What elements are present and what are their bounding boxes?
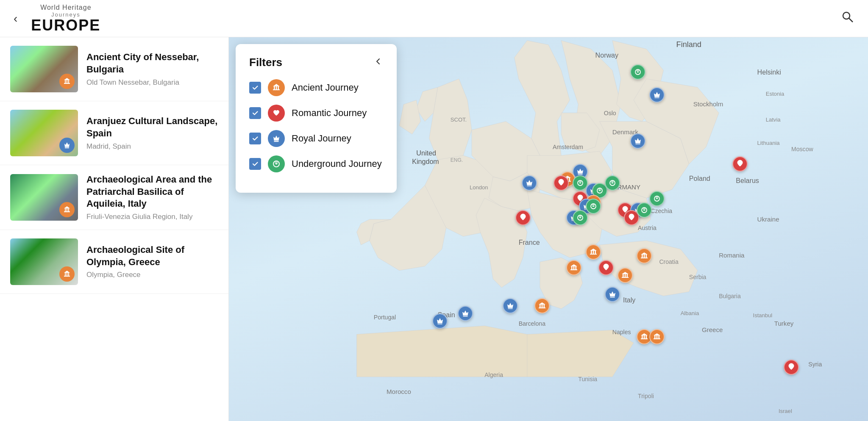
filter-header: Filters <box>249 56 383 69</box>
item-title: Archaeological Area and the Patriarchal … <box>86 174 218 210</box>
map-marker[interactable] <box>503 298 518 313</box>
logo-world-heritage: World Heritage <box>40 4 91 11</box>
map-marker[interactable] <box>637 202 652 218</box>
list-item[interactable]: Archaeological Area and the Patriarchal … <box>0 165 228 230</box>
svg-text:Norway: Norway <box>595 51 619 59</box>
map-marker[interactable] <box>534 298 550 313</box>
svg-marker-12 <box>64 206 70 208</box>
svg-text:Moscow: Moscow <box>791 146 813 152</box>
back-button[interactable]: ‹ <box>14 12 17 25</box>
list-item[interactable]: Ancient City of Nessebar, Bulgaria Old T… <box>0 37 228 101</box>
svg-rect-112 <box>646 255 647 258</box>
filter-panel: Filters <box>236 44 397 193</box>
svg-rect-8 <box>64 211 70 212</box>
filter-title: Filters <box>249 56 282 69</box>
item-subtitle: Olympia, Greece <box>86 271 218 279</box>
map-marker[interactable] <box>784 360 799 375</box>
map-marker[interactable] <box>598 260 614 275</box>
filter-item-romantic[interactable]: Romantic Journey <box>249 105 383 122</box>
svg-text:Helsinki: Helsinki <box>757 68 781 76</box>
map-container[interactable]: Finland Norway Oslo Helsinki Estonia Lat… <box>229 37 868 421</box>
svg-text:SCOT.: SCOT. <box>451 116 467 123</box>
map-marker[interactable] <box>630 133 645 149</box>
svg-rect-138 <box>274 141 279 142</box>
ancient-journey-icon <box>268 79 285 96</box>
map-marker[interactable] <box>637 248 652 263</box>
ancient-icon <box>272 83 281 92</box>
filter-close-button[interactable] <box>373 56 383 69</box>
royal-icon <box>272 134 281 143</box>
item-badge-ancient <box>59 202 75 217</box>
svg-marker-6 <box>64 78 70 80</box>
svg-text:Morocco: Morocco <box>387 388 411 395</box>
map-marker[interactable] <box>649 329 665 344</box>
map-marker[interactable] <box>458 306 473 321</box>
item-image <box>10 110 78 156</box>
logo-region: EUROPE <box>31 18 100 33</box>
svg-text:United: United <box>416 149 436 157</box>
filter-item-royal[interactable]: Royal Journey <box>249 130 383 147</box>
svg-rect-129 <box>654 335 656 338</box>
item-image <box>10 46 78 92</box>
list-item[interactable]: Aranjuez Cultural Landscape, Spain Madri… <box>0 101 228 165</box>
map-marker[interactable] <box>649 87 665 102</box>
svg-rect-119 <box>540 305 541 307</box>
svg-rect-13 <box>64 276 70 277</box>
filter-checkbox-ancient[interactable] <box>249 82 261 94</box>
map-marker[interactable] <box>554 175 569 191</box>
map-marker[interactable] <box>605 287 620 302</box>
filter-checkbox-underground[interactable] <box>249 158 261 170</box>
svg-point-61 <box>637 71 638 72</box>
map-marker[interactable] <box>618 268 633 283</box>
svg-text:Kingdom: Kingdom <box>412 158 439 165</box>
map-marker[interactable] <box>515 210 531 225</box>
svg-rect-15 <box>67 273 67 276</box>
svg-rect-4 <box>67 80 67 83</box>
map-marker[interactable] <box>432 313 448 329</box>
svg-text:Tunisia: Tunisia <box>578 376 597 382</box>
map-marker[interactable] <box>649 191 665 206</box>
map-marker[interactable] <box>566 260 581 275</box>
svg-text:Portugal: Portugal <box>374 314 396 321</box>
app-header: ‹ World Heritage Journeys EUROPE <box>0 0 868 37</box>
map-marker[interactable] <box>522 175 537 191</box>
svg-rect-105 <box>623 274 624 277</box>
map-marker[interactable] <box>605 175 620 191</box>
svg-text:Naples: Naples <box>612 329 631 335</box>
search-button[interactable] <box>841 10 854 27</box>
list-item[interactable]: Archaeological Site of Olympia, Greece O… <box>0 230 228 294</box>
app-logo: World Heritage Journeys EUROPE <box>31 4 100 33</box>
svg-text:Italy: Italy <box>623 296 636 304</box>
svg-rect-107 <box>626 274 628 277</box>
svg-line-1 <box>849 18 853 22</box>
svg-rect-130 <box>657 335 658 338</box>
filter-checkbox-royal[interactable] <box>249 133 261 144</box>
svg-rect-117 <box>437 324 442 324</box>
map-marker[interactable] <box>732 156 748 172</box>
svg-point-72 <box>580 183 581 183</box>
checkmark-icon <box>252 135 259 142</box>
svg-rect-106 <box>625 274 626 277</box>
svg-text:Syria: Syria <box>808 361 822 368</box>
filter-label-romantic: Romantic Journey <box>292 108 367 119</box>
ancient-icon <box>63 270 71 278</box>
svg-rect-116 <box>463 316 467 317</box>
svg-point-75 <box>599 190 600 191</box>
svg-point-88 <box>580 217 581 218</box>
svg-text:Stockholm: Stockholm <box>693 100 723 108</box>
svg-text:Serbia: Serbia <box>689 274 707 280</box>
svg-rect-114 <box>610 297 615 298</box>
filter-checkbox-romantic[interactable] <box>249 107 261 119</box>
map-marker[interactable] <box>630 64 645 80</box>
map-marker[interactable] <box>586 199 601 214</box>
map-marker[interactable] <box>573 210 588 225</box>
filter-item-underground[interactable]: Underground Journey <box>249 155 383 172</box>
item-info: Aranjuez Cultural Landscape, Spain Madri… <box>86 115 218 150</box>
map-marker[interactable] <box>586 244 601 260</box>
svg-text:Lithuania: Lithuania <box>757 140 780 146</box>
svg-marker-98 <box>590 249 597 251</box>
svg-rect-134 <box>274 86 275 89</box>
svg-marker-113 <box>641 252 648 255</box>
filter-item-ancient[interactable]: Ancient Journey <box>249 79 383 96</box>
royal-icon <box>63 141 71 150</box>
